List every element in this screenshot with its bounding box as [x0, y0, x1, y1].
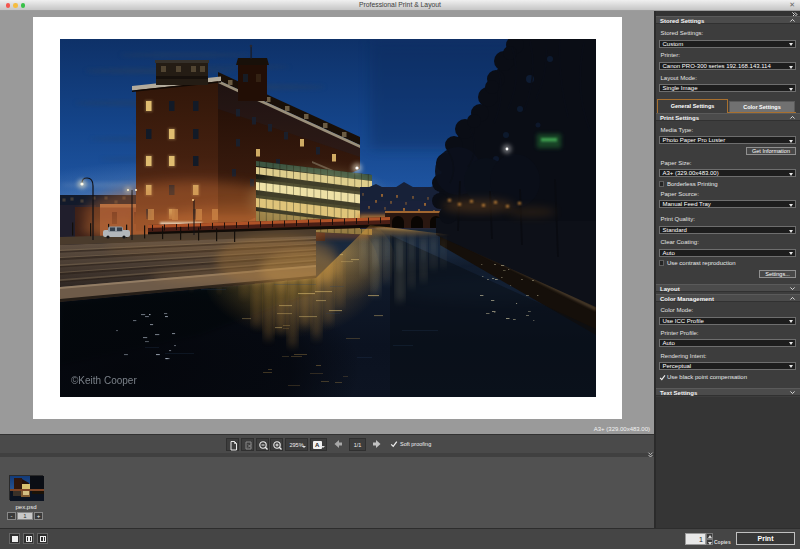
svg-text:©Keith Cooper: ©Keith Cooper	[71, 375, 137, 386]
